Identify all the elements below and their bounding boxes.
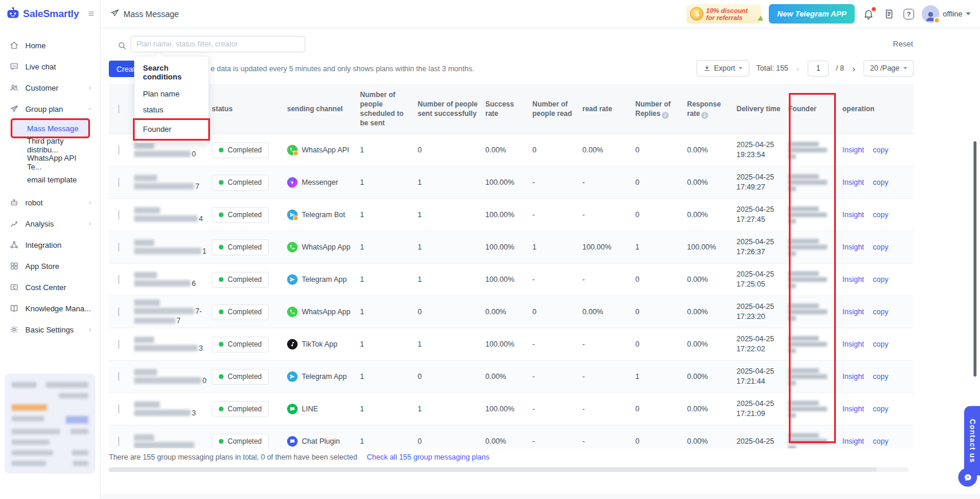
copy-link[interactable]: copy — [873, 243, 888, 251]
dropdown-option-founder[interactable]: Founder — [135, 120, 208, 139]
page-size-select[interactable]: 20 /Page — [864, 60, 914, 76]
sidebar-subitem-third-party-distribu[interactable]: Third party distribu... — [12, 137, 88, 154]
insight-link[interactable]: Insight — [842, 146, 864, 154]
copy-link[interactable]: copy — [873, 340, 888, 348]
insight-link[interactable]: Insight — [842, 340, 864, 348]
insight-link[interactable]: Insight — [842, 437, 864, 445]
next-page-button[interactable]: › — [851, 64, 856, 74]
referral-promo-banner[interactable]: $ 10% discount for referrals — [686, 4, 761, 24]
row-checkbox[interactable] — [118, 178, 119, 187]
horizontal-scrollbar[interactable] — [109, 467, 909, 472]
cell-sent: 1 — [418, 243, 485, 251]
row-checkbox[interactable] — [118, 210, 119, 219]
sidebar-subitem-mass-message[interactable]: Mass Message — [12, 120, 88, 137]
copy-link[interactable]: copy — [873, 211, 888, 219]
copy-link[interactable]: copy — [873, 308, 888, 316]
row-checkbox[interactable] — [118, 145, 119, 155]
cell-response: 0.00% — [687, 275, 736, 284]
copy-link[interactable]: copy — [873, 437, 888, 445]
sidebar-item-app-store[interactable]: App Store — [0, 255, 100, 277]
reset-button[interactable]: Reset — [893, 39, 913, 48]
sidebar-item-home[interactable]: Home — [0, 35, 100, 56]
page-total: / 8 — [836, 64, 844, 72]
channel-label: Messenger — [302, 178, 338, 187]
sidebar-item-integration[interactable]: Integration — [0, 234, 100, 255]
sidebar-item-customer[interactable]: Customer› — [0, 77, 100, 98]
row-checkbox[interactable] — [118, 340, 119, 349]
vertical-scrollbar-thumb[interactable] — [974, 141, 976, 377]
check-all-plans-link[interactable]: Check all 155 group messaging plans — [367, 453, 489, 461]
table-row: 3 Completed LINE11100.00%--00.00%2025-04… — [109, 393, 914, 425]
help-icon[interactable] — [904, 9, 914, 19]
sidebar-item-basic-settings[interactable]: Basic Settings› — [0, 319, 100, 340]
prev-page-button[interactable]: ‹ — [795, 64, 801, 74]
copy-link[interactable]: copy — [873, 146, 888, 154]
cell-plan: 6 — [134, 271, 212, 289]
table-header-row: statussending channelNumber of people sc… — [109, 84, 914, 134]
row-checkbox[interactable] — [118, 275, 119, 284]
status-dot — [219, 245, 224, 250]
copy-link[interactable]: copy — [873, 275, 888, 284]
cell-operation: Insightcopy — [842, 275, 914, 284]
plan-name-suffix: 4 — [199, 215, 203, 223]
column-header-read_rate: read rate — [582, 104, 635, 114]
sidebar-item-analysis[interactable]: Analysis› — [0, 213, 100, 234]
cell-founder — [788, 172, 842, 192]
info-icon[interactable] — [701, 112, 708, 119]
cell-read_rate: - — [582, 211, 635, 219]
contact-chat-icon[interactable] — [958, 468, 977, 487]
page-number-input[interactable] — [808, 61, 829, 76]
sidebar-item-live-chat[interactable]: Live chat — [0, 56, 100, 77]
export-button[interactable]: Export — [696, 60, 749, 76]
cell-status: Completed — [212, 239, 287, 255]
insight-link[interactable]: Insight — [842, 308, 864, 316]
presence-dot — [934, 17, 940, 24]
table-tools: Export Total: 155 ‹ / 8 › 20 /Page — [696, 60, 914, 76]
account-menu[interactable]: offline — [922, 5, 971, 23]
read-rate: - — [582, 275, 585, 284]
replies-count: 0 — [635, 340, 639, 348]
cell-success: 100.00% — [485, 405, 532, 413]
sidebar-subitem-whatsapp-api-te[interactable]: WhatsApp API Te... — [12, 154, 88, 171]
sidebar-item-group-plan[interactable]: Group plan› — [0, 98, 100, 119]
insight-link[interactable]: Insight — [842, 211, 864, 219]
copy-link[interactable]: copy — [873, 372, 888, 381]
sidebar-item-knowledge-mana[interactable]: Knowledge Mana... — [0, 298, 100, 319]
contact-us-button[interactable]: Contact us — [964, 406, 980, 475]
notification-bell-icon[interactable] — [862, 8, 875, 21]
insight-link[interactable]: Insight — [842, 372, 864, 381]
hamburger-menu-icon[interactable]: ≡ — [88, 8, 94, 20]
info-icon[interactable] — [662, 112, 669, 119]
cell-read_rate: - — [582, 340, 635, 348]
insight-link[interactable]: Insight — [842, 243, 864, 251]
dropdown-option-plan-name[interactable]: Plan name — [135, 86, 208, 102]
copy-link[interactable]: copy — [873, 178, 888, 187]
sidebar-item-cost-center[interactable]: Cost Center — [0, 277, 100, 298]
insight-link[interactable]: Insight — [842, 178, 864, 187]
row-checkbox[interactable] — [118, 404, 119, 414]
copy-link[interactable]: copy — [873, 405, 888, 413]
insight-link[interactable]: Insight — [842, 405, 864, 413]
row-checkbox[interactable] — [118, 437, 119, 446]
sidebar-item-robot[interactable]: robot› — [0, 192, 100, 213]
cell-success: 100.00% — [485, 243, 532, 251]
response-rate: 0.00% — [687, 405, 708, 413]
sidebar-subitem-email-template[interactable]: email template — [12, 171, 88, 188]
sent-count: 1 — [418, 211, 422, 219]
cell-founder — [788, 431, 842, 448]
cell-plan: 3 — [134, 335, 212, 354]
insight-link[interactable]: Insight — [842, 275, 864, 284]
cell-operation: Insightcopy — [842, 146, 914, 154]
new-telegram-app-button[interactable]: New Telegram APP — [769, 4, 855, 24]
search-input[interactable] — [131, 36, 305, 52]
row-checkbox[interactable] — [118, 372, 119, 381]
sending-channel: WhatsApp App — [287, 307, 355, 317]
row-checkbox[interactable] — [118, 307, 119, 317]
cell-delivery: 2025-04-2517:25:05 — [736, 270, 788, 290]
status-dot — [219, 148, 224, 152]
dropdown-option-status[interactable]: status — [135, 102, 208, 118]
response-rate: 0.00% — [687, 437, 708, 445]
row-checkbox[interactable] — [118, 242, 119, 252]
clipboard-icon[interactable] — [883, 8, 896, 21]
select-all-checkbox[interactable] — [118, 104, 119, 114]
